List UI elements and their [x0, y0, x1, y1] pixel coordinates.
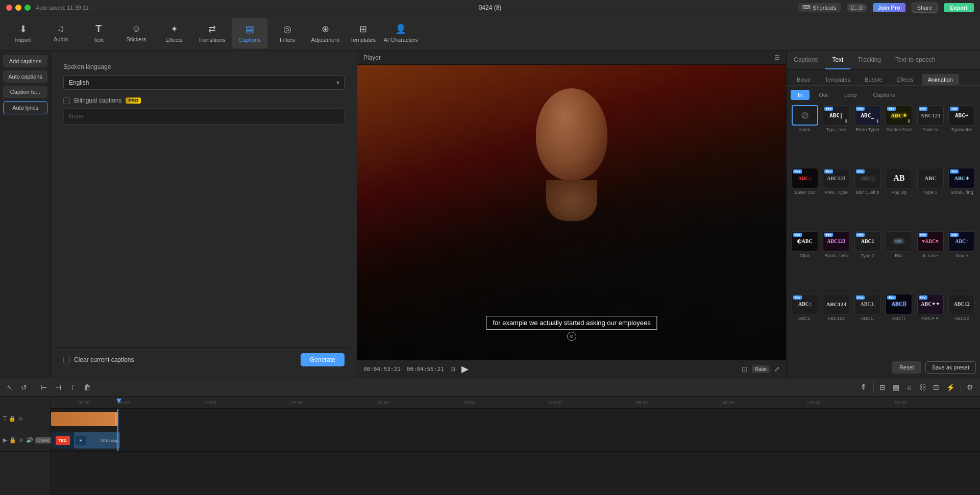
crop-tool[interactable]: ⊡: [930, 382, 942, 393]
pro-badge: PRO: [126, 97, 141, 104]
tool-ai-characters[interactable]: 👤 AI Characters: [383, 18, 419, 48]
anim-tab-captions[interactable]: Captions: [866, 90, 902, 100]
save-preset-button[interactable]: Save as preset: [925, 361, 976, 374]
undo-tool[interactable]: ↺: [18, 382, 30, 393]
tool-audio[interactable]: ♫ Audio: [43, 18, 79, 48]
share-button[interactable]: Share: [912, 3, 938, 13]
effect-row4c[interactable]: Pro ABC1. ABC1.: [853, 294, 882, 354]
pro-tag-click: Pro: [793, 233, 802, 237]
tool-adjustment[interactable]: ⊕ Adjustment: [307, 18, 343, 48]
tool-stickers[interactable]: ☺ Stickers: [118, 18, 154, 48]
select-tool[interactable]: ↖: [4, 382, 15, 393]
join-pro-button[interactable]: Join Pro: [873, 3, 905, 12]
effect-blur2[interactable]: ABC Blur: [885, 231, 914, 291]
language-select[interactable]: English: [63, 76, 345, 90]
anim-tab-loop[interactable]: Loop: [837, 90, 864, 100]
tool-effects[interactable]: ✦ Effects: [156, 18, 192, 48]
audio-tool[interactable]: ♫: [904, 382, 915, 393]
effect-snow[interactable]: Pro ABC✦ Snow...ring: [948, 168, 976, 228]
player-header: Player ☰: [357, 51, 786, 65]
effect-typewrite-label: Typewriter: [951, 127, 972, 132]
effect-blur[interactable]: Pro ABC▒ Blur t...eft II: [853, 168, 882, 228]
bilingual-checkbox[interactable]: [63, 97, 70, 104]
minimize-button[interactable]: [15, 5, 21, 11]
timeline-ruler[interactable]: 00:00 05:00 10:00 15:00 20:00 25:00 30:0…: [51, 397, 980, 409]
tool-text[interactable]: T Text: [81, 18, 116, 48]
transitions-icon: ⇄: [208, 23, 216, 35]
tool-transitions[interactable]: ⇄ Transitions: [194, 18, 230, 48]
effect-row4e[interactable]: Pro ABC✦✦ ABC✦✦: [916, 294, 945, 354]
caption-template-button[interactable]: Caption te...: [3, 86, 47, 98]
tool-templates[interactable]: ⊞ Templates: [345, 18, 381, 48]
auto-captions-button[interactable]: Auto captions: [3, 70, 47, 83]
video-track-clip[interactable]: TED ▶ 2010-chip-conley-006-5000...: [51, 432, 120, 449]
pro-tag-inlove: Pro: [919, 233, 927, 237]
none-box: None: [63, 108, 345, 125]
reset-button[interactable]: Reset: [892, 361, 921, 374]
effect-typewrite[interactable]: Pro ABC↩ Typewriter: [948, 105, 976, 165]
effect-gold[interactable]: Pro ABC✦ ⬇ Golden Dust: [885, 105, 914, 165]
effect-snow-thumb: Pro ABC✦: [948, 168, 975, 188]
tool-import[interactable]: ⬇ Import: [5, 18, 41, 48]
effect-row4f[interactable]: ABC12 ABC12: [948, 294, 976, 354]
tool-captions[interactable]: ▤ Captions: [232, 18, 267, 48]
video-track-header: ▶ 🔒 👁 🔊 Cover: [0, 429, 51, 452]
effect-retro[interactable]: Pro ABC_ ⬇ Retro Typer: [853, 105, 882, 165]
clear-captions-checkbox[interactable]: [63, 357, 70, 363]
split-tool[interactable]: ⊣: [53, 382, 64, 393]
expand-button[interactable]: ⤢: [774, 365, 780, 373]
effect-fade[interactable]: Pro ABC123 Fade In: [916, 105, 945, 165]
effect-inhale[interactable]: Pro ABC↑ Inhale: [948, 231, 976, 291]
export-button[interactable]: Export: [944, 3, 974, 12]
fit-icon[interactable]: ⊡: [742, 365, 748, 373]
delete-tool[interactable]: 🗑: [81, 382, 93, 393]
link-tool[interactable]: ⛓: [916, 382, 928, 393]
subtab-bubble[interactable]: Bubble: [859, 74, 888, 85]
effect-none[interactable]: ⊘ None: [791, 105, 819, 165]
effect-typer[interactable]: Pro ABC| ⬇ Typi...rsor: [822, 105, 851, 165]
effect-click[interactable]: Pro ◐ABC Click: [791, 231, 819, 291]
effect-type2[interactable]: Pro ABC1 Type 2: [853, 231, 882, 291]
mic-tool[interactable]: 🎙: [858, 382, 870, 393]
effect-rand[interactable]: Pro ABC123 Rand...lash: [822, 231, 851, 291]
player-menu-icon[interactable]: ☰: [774, 54, 780, 61]
play-button[interactable]: ▶: [461, 363, 469, 375]
ratio-button[interactable]: Ratio: [752, 365, 770, 373]
pro-tag-r4a: Pro: [793, 295, 802, 300]
split-end-tool[interactable]: ⊤: [67, 382, 78, 393]
effect-row4d-label: ABC⟨⟩: [892, 316, 906, 321]
speed-tool[interactable]: ⚡: [944, 382, 958, 393]
text-track-clip[interactable]: [51, 412, 117, 426]
effect-row4d[interactable]: Pro ABC⟨⟩ ABC⟨⟩: [885, 294, 914, 354]
effect-row4b[interactable]: ABC123 ABC123: [822, 294, 851, 354]
zoom-fit-tool[interactable]: ⊟: [877, 382, 888, 393]
effect-inlove[interactable]: Pro ♥ABC♥ In Love: [916, 231, 945, 291]
ruler-mark-7: 35:00: [635, 400, 722, 405]
effect-laser[interactable]: Pro ABC↕ Laser Cut: [791, 168, 819, 228]
add-captions-button[interactable]: Add captions: [3, 55, 47, 67]
caption-tool[interactable]: ▤: [890, 382, 902, 393]
right-panel-bottom: Reset Save as preset: [787, 357, 980, 378]
subtab-templates[interactable]: Templates: [819, 74, 856, 85]
tab-tracking[interactable]: Tracking: [850, 51, 888, 69]
shortcuts-button[interactable]: ⌨ Shortcuts: [798, 3, 840, 12]
settings-tool[interactable]: ⚙: [964, 382, 976, 393]
auto-lyrics-button[interactable]: Auto lyrics: [3, 101, 47, 114]
tab-text[interactable]: Text: [825, 51, 850, 69]
effect-type1[interactable]: ABC Type 1: [916, 168, 945, 228]
effect-prev[interactable]: Pro ABC123 Prev...Type: [822, 168, 851, 228]
subtab-effects[interactable]: Effects: [890, 74, 919, 85]
subtab-animation[interactable]: Animation: [922, 74, 959, 85]
effect-popup[interactable]: AB Pop Up: [885, 168, 914, 228]
subtab-basic[interactable]: Basic: [791, 74, 817, 85]
split-start-tool[interactable]: ⊢: [38, 382, 50, 393]
tool-filters[interactable]: ◎ Filters: [270, 18, 305, 48]
tab-text-to-speech[interactable]: Text-to-speech: [888, 51, 943, 69]
maximize-button[interactable]: [24, 5, 31, 11]
close-button[interactable]: [6, 5, 12, 11]
generate-button[interactable]: Generate: [301, 353, 345, 366]
anim-tab-out[interactable]: Out: [812, 90, 835, 100]
anim-tab-in[interactable]: In: [791, 90, 810, 100]
effect-row4a[interactable]: Pro ABC↕ ABC1.: [791, 294, 819, 354]
tab-captions[interactable]: Captions: [787, 51, 825, 69]
